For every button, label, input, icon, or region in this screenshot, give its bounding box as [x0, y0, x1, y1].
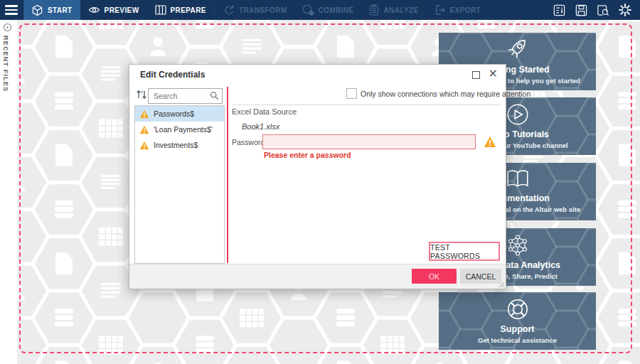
cube-icon — [31, 4, 43, 16]
filter-checkbox[interactable] — [346, 88, 357, 99]
save-icon[interactable] — [573, 2, 589, 18]
columns-icon — [155, 5, 166, 15]
app-window: START PREVIEW PREPARE TRANSFORM COMBINE … — [0, 0, 640, 364]
dialog-title: Edit Credentials — [140, 70, 205, 80]
toolbar-right-icons — [551, 0, 640, 20]
warning-icon — [139, 125, 149, 134]
search-box — [148, 88, 223, 104]
search-input[interactable] — [152, 90, 210, 102]
maximize-icon[interactable] — [472, 71, 480, 79]
expand-panel-icon[interactable] — [3, 22, 12, 35]
tab-export: EXPORT — [427, 0, 489, 20]
resize-grip[interactable] — [498, 282, 505, 288]
tab-label: PREVIEW — [105, 6, 139, 14]
top-toolbar: START PREVIEW PREPARE TRANSFORM COMBINE … — [0, 0, 640, 20]
tab-combine: COMBINE — [294, 0, 361, 20]
tab-transform: TRANSFORM — [215, 0, 294, 20]
connection-list: Passwords$ 'Loan Payments$' Investments$ — [134, 105, 225, 264]
tab-analyze: ANALYZE — [361, 0, 426, 20]
panel-separator — [227, 87, 228, 263]
hamburger-menu-icon[interactable] — [0, 0, 23, 20]
dialog-footer: OK CANCEL — [129, 264, 506, 289]
search-icon — [210, 91, 219, 100]
warning-icon — [484, 136, 496, 148]
test-passwords-button[interactable]: TEST PASSWORDS — [429, 242, 500, 261]
list-item-label: Investments$ — [154, 141, 198, 149]
recent-files-panel: RECENT FILES — [0, 20, 18, 364]
list-item-label: 'Loan Payments$' — [154, 125, 213, 134]
file-name: Book1.xlsx — [242, 122, 279, 131]
list-item-label: Passwords$ — [154, 109, 194, 118]
tab-label: COMBINE — [318, 6, 353, 14]
list-item-loan-payments[interactable]: 'Loan Payments$' — [135, 122, 224, 137]
sort-icon[interactable] — [135, 88, 148, 104]
tab-label: EXPORT — [450, 6, 481, 14]
card-support[interactable]: Support Get technical assistance — [439, 292, 596, 350]
network-icon — [504, 232, 531, 259]
recent-files-label[interactable]: RECENT FILES — [2, 36, 9, 92]
ok-button[interactable]: OK — [412, 269, 457, 284]
dialog-title-bar[interactable]: Edit Credentials ✕ — [129, 65, 506, 85]
tab-preview[interactable]: PREVIEW — [80, 0, 147, 20]
card-title: Support — [501, 324, 535, 334]
export-arrow-icon — [434, 4, 446, 16]
eye-icon — [88, 5, 100, 15]
close-icon[interactable]: ✕ — [489, 67, 498, 81]
tab-label: START — [48, 6, 73, 14]
knowledge-search-icon[interactable] — [595, 2, 611, 18]
list-item-passwords[interactable]: Passwords$ — [135, 106, 224, 122]
book-icon — [503, 166, 532, 192]
cancel-button[interactable]: CANCEL — [460, 269, 501, 284]
tab-prepare[interactable]: PREPARE — [147, 0, 214, 20]
warning-icon — [139, 141, 149, 150]
group-title: Excel Data Source — [232, 107, 297, 116]
tab-label: PREPARE — [171, 6, 206, 14]
filter-checkbox-row: Only show connections which may require … — [346, 88, 530, 99]
filter-checkbox-label: Only show connections which may require … — [361, 90, 530, 98]
tab-start[interactable]: START — [23, 0, 80, 20]
password-label: Password — [232, 138, 265, 146]
group-divider — [232, 105, 501, 105]
warning-icon — [139, 109, 149, 119]
venn-icon — [302, 4, 314, 16]
password-error-message: Please enter a password — [264, 151, 351, 159]
clipboard-icon — [369, 4, 379, 16]
tab-label: TRANSFORM — [239, 6, 287, 14]
card-subtitle: Get technical assistance — [478, 336, 557, 344]
settings-gear-icon[interactable] — [617, 2, 633, 18]
edit-credentials-dialog: Edit Credentials ✕ Passwords$ 'Loan Paym… — [129, 64, 506, 289]
lifering-icon — [504, 296, 531, 323]
release-notes-icon[interactable] — [551, 2, 567, 18]
refresh-icon — [223, 4, 235, 16]
rocket-icon — [504, 36, 531, 63]
password-field[interactable] — [262, 134, 476, 149]
list-item-investments[interactable]: Investments$ — [135, 137, 224, 153]
tab-label: ANALYZE — [383, 6, 418, 14]
play-icon — [504, 101, 531, 128]
